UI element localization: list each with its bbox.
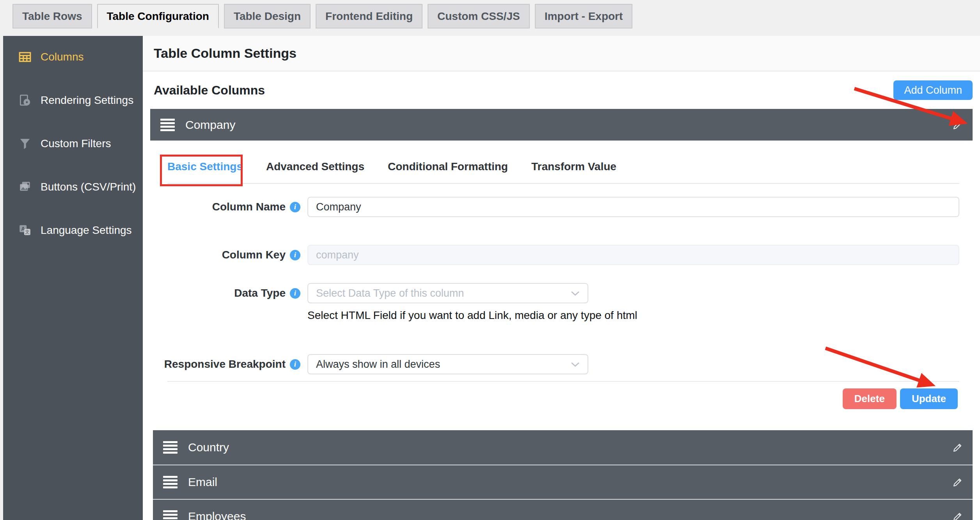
column-bar-employees[interactable]: Employees: [153, 499, 973, 520]
edit-pencil-icon[interactable]: [952, 441, 964, 454]
delete-button[interactable]: Delete: [843, 388, 897, 409]
tab-transform-value[interactable]: Transform Value: [531, 160, 616, 183]
sidebar-item-columns[interactable]: Columns: [3, 46, 143, 68]
drag-handle-icon[interactable]: [163, 441, 178, 454]
tab-table-rows[interactable]: Table Rows: [12, 4, 92, 28]
tab-conditional-formatting[interactable]: Conditional Formatting: [388, 160, 508, 183]
tab-custom-css-js[interactable]: Custom CSS/JS: [428, 4, 530, 28]
column-name-label: Column Name: [212, 201, 286, 213]
sidebar-item-language-settings[interactable]: A 文 Language Settings: [3, 219, 143, 241]
editor-tab-bar: Basic Settings Advanced Settings Conditi…: [167, 141, 959, 184]
page-title: Table Column Settings: [154, 46, 296, 61]
tab-frontend-editing[interactable]: Frontend Editing: [316, 4, 423, 28]
sidebar-item-buttons-csv-print[interactable]: Buttons (CSV/Print): [3, 176, 143, 198]
available-columns-row: Available Columns Add Column: [143, 71, 980, 109]
sidebar-item-label: Language Settings: [41, 224, 132, 237]
sidebar-item-label: Rendering Settings: [41, 94, 133, 107]
top-nav-tab-bar: Table Rows Table Configuration Table Des…: [12, 4, 632, 28]
drag-handle-icon[interactable]: [163, 510, 178, 520]
sidebar-item-label: Custom Filters: [41, 137, 111, 150]
add-column-button[interactable]: Add Column: [893, 80, 973, 100]
column-name-row: Column Name: [167, 197, 980, 217]
panel-divider: [167, 381, 959, 382]
settings-sidebar: Columns Rendering Settings Custom Filter…: [3, 36, 143, 520]
column-bar-country[interactable]: Country: [153, 430, 973, 465]
column-bar-email[interactable]: Email: [153, 465, 973, 499]
filter-funnel-icon: [17, 136, 33, 151]
column-bar-title: Company: [185, 118, 235, 132]
column-bar-company[interactable]: Company: [150, 109, 973, 141]
sidebar-item-label: Buttons (CSV/Print): [41, 181, 136, 193]
responsive-breakpoint-label: Responsive Breakpoint: [164, 358, 286, 370]
column-name-input[interactable]: [307, 197, 959, 217]
page-header: Table Column Settings: [143, 36, 980, 71]
drag-handle-icon[interactable]: [160, 119, 175, 131]
tab-import-export[interactable]: Import - Export: [535, 4, 633, 28]
data-type-select[interactable]: [307, 283, 588, 303]
column-bar-title: Employees: [188, 510, 246, 520]
column-bar-title: Email: [188, 475, 217, 489]
edit-pencil-icon[interactable]: [952, 510, 964, 520]
rendering-settings-icon: [17, 93, 33, 108]
language-translate-icon: A 文: [17, 223, 33, 238]
data-type-row: Data Type: [167, 283, 980, 303]
info-icon[interactable]: [290, 250, 300, 260]
tab-basic-settings[interactable]: Basic Settings: [167, 160, 243, 183]
column-editor-panel: Basic Settings Advanced Settings Conditi…: [143, 141, 980, 424]
buttons-csv-print-icon: [17, 179, 33, 195]
edit-pencil-icon[interactable]: [952, 119, 964, 131]
update-button[interactable]: Update: [900, 388, 958, 409]
info-icon[interactable]: [290, 288, 300, 299]
main-content: Table Column Settings Available Columns …: [143, 36, 980, 520]
info-icon[interactable]: [290, 359, 300, 370]
info-icon[interactable]: [290, 202, 300, 212]
svg-text:文: 文: [25, 229, 30, 234]
table-columns-icon: [17, 49, 33, 65]
data-type-help-text: Select HTML Field if you want to add Lin…: [307, 309, 980, 322]
tab-table-design[interactable]: Table Design: [224, 4, 311, 28]
sidebar-item-label: Columns: [41, 51, 83, 63]
column-key-input: [307, 245, 959, 265]
responsive-breakpoint-select[interactable]: [307, 354, 588, 374]
column-bar-title: Country: [188, 441, 229, 454]
column-key-row: Column Key: [167, 245, 980, 265]
sidebar-item-custom-filters[interactable]: Custom Filters: [3, 133, 143, 155]
responsive-breakpoint-row: Responsive Breakpoint: [167, 354, 980, 374]
column-key-label: Column Key: [222, 249, 286, 261]
drag-handle-icon[interactable]: [163, 476, 178, 488]
data-type-label: Data Type: [234, 287, 286, 299]
edit-pencil-icon[interactable]: [952, 476, 964, 488]
collapsed-columns-list: Country Email Employees: [153, 430, 973, 520]
editor-actions: Delete Update: [143, 388, 958, 424]
tab-table-configuration[interactable]: Table Configuration: [97, 4, 219, 28]
sidebar-item-rendering-settings[interactable]: Rendering Settings: [3, 89, 143, 111]
available-columns-title: Available Columns: [154, 83, 265, 98]
tab-advanced-settings[interactable]: Advanced Settings: [266, 160, 364, 183]
